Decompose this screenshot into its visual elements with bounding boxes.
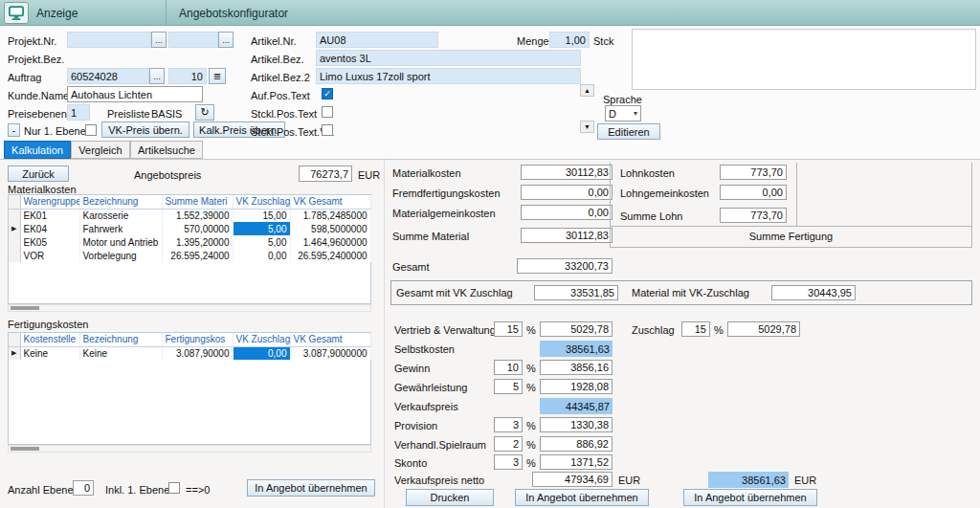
position-text-panel[interactable]	[632, 29, 976, 90]
display-icon[interactable]	[4, 2, 29, 24]
table-row[interactable]: EK01 Karosserie 1.552,39000 15,00 1.785,…	[9, 209, 370, 222]
table-row[interactable]: VOR Vorbelegung 26.595,24000 0,00 26.595…	[9, 249, 370, 262]
stckl-pos-text-checkbox[interactable]	[322, 106, 333, 118]
verhandl-input[interactable]: 886,92	[540, 436, 612, 452]
table-cell[interactable]: EK05	[20, 235, 79, 249]
editieren-button[interactable]: Editieren	[597, 123, 660, 140]
refresh-button[interactable]: ↻	[195, 104, 214, 121]
tab-kalkulation[interactable]: Kalkulation	[4, 141, 71, 159]
gewaehrleistung-input[interactable]: 1928,08	[540, 379, 612, 394]
artikel-bez2-input[interactable]: Limo Luxus 17zoll sport	[316, 68, 581, 84]
table-cell[interactable]: 598,5000000	[290, 222, 370, 235]
drucken-button[interactable]: Drucken	[406, 489, 494, 506]
table-row-selected[interactable]: ▶ EK04 Fahrwerk 570,00000 5,00 598,50000…	[9, 222, 370, 235]
col-vk-gesamt[interactable]: VK Gesamt	[290, 195, 370, 209]
table-cell[interactable]: Fahrwerk	[79, 222, 162, 235]
col-fertigungskosten[interactable]: Fertigungskos	[162, 333, 233, 346]
materialgemein-input[interactable]: 0,00	[521, 205, 612, 220]
table-cell[interactable]: 5,00	[233, 235, 290, 249]
table-cell[interactable]: 26.595,2400000	[290, 249, 370, 262]
materialkosten-input[interactable]: 30112,83	[521, 165, 612, 180]
gesamt-vk-input[interactable]: 33531,85	[534, 285, 618, 300]
material-table[interactable]: Warengruppe Bezeichnung Summe Materi VK …	[8, 194, 371, 304]
fremdfertigung-input[interactable]: 0,00	[521, 185, 612, 200]
gesamt-input[interactable]: 33200,73	[517, 258, 612, 274]
table-row-selected[interactable]: ▶ Keine Keine 3.087,90000 0,00 3.087,900…	[9, 346, 370, 360]
vertrieb-pct-input[interactable]: 15	[494, 321, 523, 337]
table-cell[interactable]: 3.087,90000	[162, 346, 233, 360]
angebotspreis-input[interactable]: 76273,7	[299, 166, 352, 182]
col-vk-zuschlag[interactable]: VK Zuschlag	[233, 333, 290, 346]
table-cell[interactable]: 1.785,2485000	[290, 209, 370, 222]
tab-anzeige[interactable]: Anzeige	[36, 7, 78, 20]
uebernehmen-right-button[interactable]: In Angebot übernehmen	[683, 489, 817, 506]
col-warengruppe[interactable]: Warengruppe	[20, 195, 79, 209]
col-bezeichnung[interactable]: Bezeichnung	[79, 333, 162, 346]
table-cell[interactable]: 0,00	[233, 249, 290, 262]
lohngemein-input[interactable]: 0,00	[720, 185, 787, 200]
artikel-bez-input[interactable]: aventos 3L	[316, 50, 581, 66]
tab-artikelsuche[interactable]: Artikelsuche	[130, 141, 203, 159]
table-cell[interactable]: Karosserie	[79, 209, 162, 222]
zuschlag-pct-input[interactable]: 15	[681, 321, 710, 337]
material-vk-input[interactable]: 30443,95	[771, 285, 856, 300]
auf-pos-text-checkbox[interactable]: ✓	[322, 88, 333, 99]
gewaehrleistung-pct-input[interactable]: 5	[494, 379, 523, 394]
summe-material-input[interactable]: 30112,83	[521, 228, 612, 243]
nur-1-ebene-checkbox[interactable]	[85, 124, 97, 136]
fertigung-table-scrollbar[interactable]	[8, 445, 371, 453]
fertigung-table[interactable]: Kostenstelle Bezeichnung Fertigungskos V…	[8, 332, 371, 445]
stckl-pos-text-vk-checkbox[interactable]	[322, 124, 333, 136]
table-cell[interactable]: Motor und Antrieb	[79, 235, 162, 249]
table-cell[interactable]: 1.395,20000	[162, 235, 233, 249]
selected-cell[interactable]: 0,00	[233, 346, 290, 360]
vertrieb-input[interactable]: 5029,78	[540, 321, 612, 337]
sprache-select[interactable]: D ▾	[605, 105, 641, 121]
col-kostenstelle[interactable]: Kostenstelle	[20, 333, 79, 346]
preisebenen-input[interactable]: 1	[67, 104, 90, 121]
vk-netto-input[interactable]: 47934,69	[532, 472, 612, 487]
scroll-up-button[interactable]: ▲	[580, 84, 594, 97]
verhandl-pct-input[interactable]: 2	[494, 436, 523, 452]
auftrag-pos-input[interactable]: 10	[168, 68, 207, 84]
table-cell[interactable]: 1.552,39000	[162, 209, 233, 222]
table-cell[interactable]: Keine	[79, 346, 162, 360]
table-cell[interactable]: 1.464,9600000	[290, 235, 370, 249]
anzahl-ebenen-input[interactable]: 0	[73, 480, 94, 496]
gewinn-input[interactable]: 3856,16	[540, 360, 612, 375]
auftrag-input[interactable]: 60524028	[67, 68, 149, 84]
table-cell[interactable]: Vorbelegung	[79, 249, 162, 262]
scrollbar-thumb[interactable]	[11, 447, 39, 451]
artikel-nr-input[interactable]: AU08	[316, 32, 438, 48]
col-bezeichnung[interactable]: Bezeichnung	[79, 195, 162, 209]
projekt-nr2-browse-button[interactable]: ...	[218, 32, 234, 48]
table-row[interactable]: EK05 Motor und Antrieb 1.395,20000 5,00 …	[9, 235, 370, 249]
lohnkosten-input[interactable]: 773,70	[720, 165, 787, 180]
uebernehmen-left-button[interactable]: In Angebot übernehmen	[247, 479, 375, 497]
kunde-name-input[interactable]: Autohaus Lichten	[67, 86, 203, 102]
scroll-down-button[interactable]: ▼	[580, 121, 594, 133]
inkl-1-ebene-checkbox[interactable]	[168, 482, 180, 494]
table-cell[interactable]: Keine	[20, 346, 79, 360]
zurueck-button[interactable]: Zurück	[8, 166, 69, 182]
table-cell[interactable]: EK04	[20, 222, 79, 235]
col-summe-material[interactable]: Summe Materi	[162, 195, 233, 209]
skonto-input[interactable]: 1371,52	[540, 454, 612, 470]
table-cell[interactable]: VOR	[20, 249, 79, 262]
table-cell[interactable]: 3.087,9000000	[290, 346, 370, 360]
auftrag-browse-button[interactable]: ...	[149, 68, 165, 84]
vk-preis-button[interactable]: VK-Preis übern.	[101, 121, 189, 138]
provision-input[interactable]: 1330,38	[540, 417, 612, 432]
col-vk-zuschlag[interactable]: VK Zuschlag	[233, 195, 290, 209]
summe-lohn-input[interactable]: 773,70	[720, 208, 787, 223]
col-vk-gesamt[interactable]: VK Gesamt	[290, 333, 370, 346]
tab-vergleich[interactable]: Vergleich	[71, 141, 130, 159]
table-cell[interactable]: 15,00	[233, 209, 290, 222]
auftrag-list-button[interactable]: ≣	[209, 68, 226, 84]
selected-cell[interactable]: 5,00	[233, 222, 290, 235]
projekt-nr-input[interactable]	[67, 32, 151, 48]
skonto-pct-input[interactable]: 3	[494, 454, 523, 470]
zuschlag-input[interactable]: 5029,78	[727, 321, 800, 337]
projekt-nr-browse-button[interactable]: ...	[151, 32, 167, 48]
scrollbar-thumb[interactable]	[11, 306, 39, 310]
